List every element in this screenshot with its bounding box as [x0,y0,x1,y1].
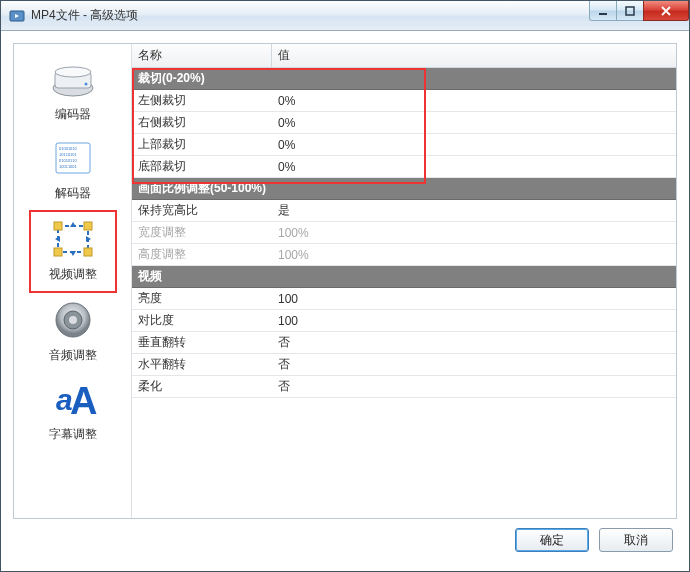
table-row: 高度调整100% [132,244,676,266]
table-row[interactable]: 上部裁切0% [132,134,676,156]
sidebar-item-label: 字幕调整 [29,426,117,443]
svg-marker-19 [70,251,76,256]
table-row[interactable]: 柔化否 [132,376,676,398]
svg-rect-15 [84,222,92,230]
header-value: 值 [272,44,676,67]
client-area: 编码器 01001010101101010101011010011001 解码器… [1,31,689,572]
row-name: 上部裁切 [132,136,272,153]
sidebar-item-label: 解码器 [29,185,117,202]
table-body[interactable]: 裁切(0-20%) 左侧裁切0% 右侧裁切0% 上部裁切0% 底部裁切0% 画面… [132,68,676,518]
window: MP4文件 - 高级选项 编码器 01001010101101010101011… [0,0,690,572]
sidebar: 编码器 01001010101101010101011010011001 解码器… [14,44,132,518]
content-frame: 编码器 01001010101101010101011010011001 解码器… [13,43,677,519]
table-row[interactable]: 底部裁切0% [132,156,676,178]
svg-point-7 [84,83,87,86]
titlebar: MP4文件 - 高级选项 [1,1,689,31]
table-header: 名称 值 [132,44,676,68]
row-name: 水平翻转 [132,356,272,373]
svg-text:10110101: 10110101 [59,152,78,157]
row-value: 是 [272,202,676,219]
svg-rect-16 [54,248,62,256]
audio-adjust-icon [48,299,98,341]
row-name: 柔化 [132,378,272,395]
row-value: 否 [272,356,676,373]
row-value: 100% [272,248,676,262]
svg-point-24 [69,316,77,324]
svg-point-6 [55,67,91,77]
table-row[interactable]: 水平翻转否 [132,354,676,376]
header-name: 名称 [132,44,272,67]
row-value: 100 [272,292,676,306]
close-button[interactable] [643,1,689,21]
cancel-button[interactable]: 取消 [599,528,673,552]
video-adjust-icon [48,218,98,260]
row-value: 0% [272,116,676,130]
row-value: 100 [272,314,676,328]
row-value: 否 [272,378,676,395]
main-panel: 名称 值 裁切(0-20%) 左侧裁切0% 右侧裁切0% 上部裁切0% 底部裁切… [132,44,676,518]
sidebar-item-subtitle-adjust[interactable]: aA 字幕调整 [29,372,117,451]
row-name: 亮度 [132,290,272,307]
ok-button[interactable]: 确定 [515,528,589,552]
table-row[interactable]: 左侧裁切0% [132,90,676,112]
table-row[interactable]: 亮度100 [132,288,676,310]
svg-rect-2 [599,13,607,15]
minimize-button[interactable] [589,1,617,21]
row-value: 100% [272,226,676,240]
svg-rect-17 [84,248,92,256]
row-name: 左侧裁切 [132,92,272,109]
table-row[interactable]: 右侧裁切0% [132,112,676,134]
footer: 确定 取消 [13,519,677,561]
table-row: 宽度调整100% [132,222,676,244]
svg-rect-3 [626,7,634,15]
app-icon [9,8,25,24]
row-name: 对比度 [132,312,272,329]
window-buttons [589,1,689,21]
svg-text:01010110: 01010110 [59,158,78,163]
row-name: 右侧裁切 [132,114,272,131]
section-header-video: 视频 [132,266,676,288]
row-value: 0% [272,94,676,108]
sidebar-item-label: 视频调整 [31,266,115,283]
encoder-icon [48,58,98,100]
svg-text:A: A [70,380,97,420]
maximize-button[interactable] [616,1,644,21]
row-name: 宽度调整 [132,224,272,241]
row-name: 底部裁切 [132,158,272,175]
row-name: 保持宽高比 [132,202,272,219]
row-value: 0% [272,138,676,152]
table-row[interactable]: 垂直翻转否 [132,332,676,354]
table-row[interactable]: 保持宽高比是 [132,200,676,222]
section-header-aspect: 画面比例调整(50-100%) [132,178,676,200]
row-name: 垂直翻转 [132,334,272,351]
svg-text:10011001: 10011001 [59,164,78,169]
row-value: 否 [272,334,676,351]
svg-marker-18 [70,222,76,227]
table-row[interactable]: 对比度100 [132,310,676,332]
svg-text:01001010: 01001010 [59,146,78,151]
sidebar-item-video-adjust[interactable]: 视频调整 [29,210,117,293]
sidebar-item-audio-adjust[interactable]: 音频调整 [29,293,117,372]
section-header-crop: 裁切(0-20%) [132,68,676,90]
sidebar-item-label: 编码器 [29,106,117,123]
subtitle-adjust-icon: aA [48,378,98,420]
svg-rect-14 [54,222,62,230]
sidebar-item-label: 音频调整 [29,347,117,364]
row-value: 0% [272,160,676,174]
decoder-icon: 01001010101101010101011010011001 [48,137,98,179]
row-name: 高度调整 [132,246,272,263]
sidebar-item-decoder[interactable]: 01001010101101010101011010011001 解码器 [29,131,117,210]
sidebar-item-encoder[interactable]: 编码器 [29,52,117,131]
